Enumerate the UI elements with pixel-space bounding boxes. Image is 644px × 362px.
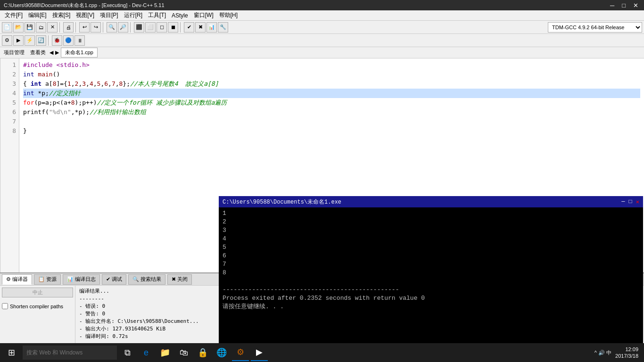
btn-toggle[interactable]: ◻ [157,22,167,33]
btn-open[interactable]: 📂 [13,22,24,33]
btn-compile[interactable]: ⚙ [2,35,12,46]
menu-tools[interactable]: 工具[T] [145,10,169,20]
shorten-checkbox[interactable] [2,303,8,309]
btn-replace[interactable]: 🔎 [118,22,128,33]
nav-next-btn[interactable]: ▶ [55,49,59,56]
compiler-select[interactable]: TDM-GCC 4.9.2 64-bit Release [548,22,642,33]
btn-new[interactable]: 📄 [2,22,12,33]
btn-close[interactable]: ✕ [47,22,58,33]
sep2 [75,22,77,33]
sep5 [180,22,182,33]
menu-edit[interactable]: 编辑[E] [25,10,50,20]
line-num-8: 8 [0,126,16,136]
menu-window[interactable]: 窗口[W] [191,10,216,20]
tab-resources-label: 资源 [46,276,57,283]
console-line-3: 3 [223,226,639,235]
btn-save-all[interactable]: 🗂 [36,22,46,33]
shorten-compiler-paths[interactable]: Shorten compiler paths [2,303,73,309]
navbar: 项目管理 查看类 ◀ ▶ 未命名1.cpp [0,47,644,58]
btn-debug2[interactable]: 🔵 [63,35,74,46]
titlebar-controls: ─ □ ✕ [608,2,640,9]
menubar: 文件[F] 编辑[E] 搜索[S] 视图[V] 项目[P] 运行[R] 工具[T… [0,10,644,21]
btn-indent[interactable]: ⬛ [134,22,144,33]
btn-undo[interactable]: ↩ [79,22,90,33]
console-separator: ----------------------------------------… [223,286,639,294]
btn-compile-run[interactable]: ⚡ [25,35,35,46]
tab-close[interactable]: ✖ 关闭 [167,274,192,285]
line-num-6: 6 [0,107,16,117]
btn-debug[interactable]: 🐞 [52,35,62,46]
clock: 12:09 2017/3/18 [615,346,638,359]
compiler-icon: ⚙ [6,276,11,282]
btn-run2[interactable]: ▶ [13,35,24,46]
console-close[interactable]: ✕ [636,198,639,206]
class-view-btn[interactable]: 查看类 [28,49,48,57]
menu-view[interactable]: 视图[V] [73,10,97,20]
menu-file[interactable]: 文件[F] [2,10,25,20]
toolbar2: ⚙ ▶ ⚡ 🔄 🐞 🔵 ⏸ [0,34,644,47]
btn-rebuild[interactable]: 🔄 [36,35,46,46]
date: 2017/3/18 [615,353,638,359]
close-icon: ✖ [172,276,176,282]
titlebar-maximize[interactable]: □ [620,2,627,9]
titlebar-minimize[interactable]: ─ [608,2,616,9]
menu-project[interactable]: 项目[P] [97,10,121,20]
taskbar-search[interactable] [23,346,117,360]
btn-save[interactable]: 💾 [25,22,35,33]
code-line-4: int *p;//定义指针 [23,89,640,98]
store-icon[interactable]: 🛍 [175,344,192,361]
btn-unindent[interactable]: ⬜ [145,22,156,33]
log-icon: 📊 [67,276,74,282]
terminal-icon[interactable]: ▶ [251,344,268,361]
console-minimize[interactable]: ─ [621,198,625,206]
tab-compiler[interactable]: ⚙ 编译器 [2,274,32,285]
sep4 [130,22,132,33]
console-maximize[interactable]: □ [629,198,632,206]
menu-astyle[interactable]: AStyle [169,11,191,20]
project-manager-btn[interactable]: 项目管理 [2,49,26,57]
taskbar-right: ^ 🔊 中 12:09 2017/3/18 [594,346,642,359]
code-line-5: for(p=a;p<(a+8);p++)//定义一个for循环 减少步骤以及对数… [23,98,640,107]
console-line-4: 4 [223,235,639,243]
edge-icon[interactable]: e [138,344,155,361]
file-tab[interactable]: 未命名1.cpp [61,48,98,58]
titlebar-close[interactable]: ✕ [631,2,640,9]
console-process-line: Process exited after 0.2352 seconds with… [223,294,639,303]
console-titlebar: C:\Users\90588\Documents\未命名1.exe ─ □ ✕ [219,196,643,207]
btn-build-all[interactable]: 🔧 [218,22,228,33]
tab-compiler-label: 编译器 [12,276,28,283]
btn-print[interactable]: 🖨 [63,22,74,33]
code-line-3: { int a[8]={1,2,3,4,5,6,7,8};//本人学号尾数4 故… [23,79,640,89]
stop-button[interactable]: 中止 [2,288,73,297]
tab-debug[interactable]: ✔ 调试 [102,274,126,285]
line-num-3: 3 [0,79,16,89]
sep1 [59,22,61,33]
line-num-1: 1 [0,60,16,70]
code-line-6: printf("%d\n",*p);//利用指针输出数组 [23,107,640,117]
shield-icon[interactable]: 🔒 [194,344,211,361]
menu-help[interactable]: 帮助[H] [216,10,240,20]
code-line-2: int main() [23,70,640,79]
btn-comment[interactable]: ◼ [168,22,178,33]
menu-run[interactable]: 运行[R] [121,10,145,20]
btn-redo[interactable]: ↪ [91,22,101,33]
browser-icon[interactable]: 🌐 [213,344,230,361]
tab-resources[interactable]: 📋 资源 [34,274,61,285]
tab-search-results[interactable]: 🔍 搜索结果 [128,274,165,285]
devcpp-icon[interactable]: ⚙ [232,344,249,361]
btn-stop[interactable]: ✖ [195,22,206,33]
start-button[interactable]: ⊞ [2,343,21,362]
btn-find[interactable]: 🔍 [107,22,117,33]
btn-debug3[interactable]: ⏸ [74,35,85,46]
sep3 [103,22,105,33]
menu-search[interactable]: 搜索[S] [50,10,74,20]
btn-profile[interactable]: 📊 [206,22,217,33]
console-window: C:\Users\90588\Documents\未命名1.exe ─ □ ✕ … [219,196,643,362]
code-line-7 [23,117,640,126]
btn-compile-check[interactable]: ✔ [184,22,194,33]
task-view-icon[interactable]: ⧉ [119,344,136,361]
explorer-icon[interactable]: 📁 [157,344,173,361]
nav-prev-btn[interactable]: ◀ [50,49,53,56]
tab-compile-log[interactable]: 📊 编译日志 [63,274,100,285]
console-line-6: 6 [223,252,639,260]
